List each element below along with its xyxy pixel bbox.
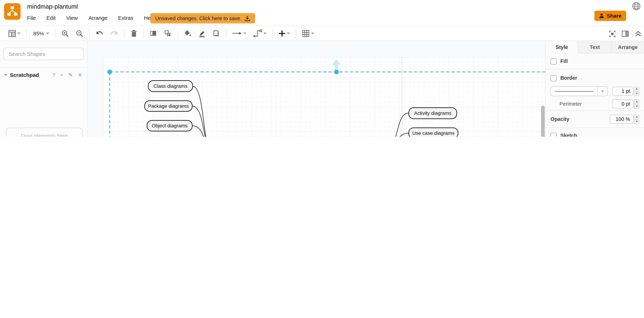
menu-view[interactable]: View	[66, 15, 78, 21]
chevron-down-icon	[243, 32, 246, 34]
to-front-button[interactable]	[146, 28, 160, 38]
zoom-level-dropdown[interactable]: 85%	[29, 28, 53, 38]
menu-arrange[interactable]: Arrange	[88, 15, 108, 21]
perimeter-label: Perimeter	[560, 101, 582, 107]
scratchpad-add-icon[interactable]: +	[60, 72, 64, 78]
svg-text:Activity diagrams: Activity diagrams	[414, 110, 452, 116]
grow-up-arrow[interactable]	[332, 59, 341, 71]
tab-style[interactable]: Style	[546, 41, 579, 54]
chevron-down-icon	[287, 32, 290, 34]
drawio-app: mindmap-plantuml FileEditViewArrangeExtr…	[0, 0, 644, 137]
document-title: mindmap-plantuml	[27, 3, 78, 10]
opacity-input[interactable]: 100 %	[610, 115, 634, 124]
to-back-button[interactable]	[160, 28, 175, 38]
scratchpad-close-icon[interactable]: ✕	[78, 72, 82, 78]
sketch-checkbox[interactable]	[550, 132, 556, 137]
person-icon	[599, 13, 604, 18]
mindmap-node[interactable]: Object diagrams	[147, 120, 192, 131]
menubar: FileEditViewArrangeExtrasHelp	[27, 15, 155, 21]
opacity-stepper[interactable]	[634, 114, 639, 124]
download-icon	[244, 15, 250, 21]
waypoint-style-button[interactable]	[250, 28, 270, 38]
tab-text[interactable]: Text	[578, 41, 612, 53]
diagram-canvas[interactable]: Class diagrams Package diagrams Object d…	[88, 41, 546, 137]
undo-button[interactable]	[92, 28, 107, 38]
vertical-scrollbar[interactable]	[541, 106, 545, 137]
format-panel: Style Text Arrange Fill Border 1 pt Peri…	[545, 41, 644, 137]
scratchpad-edit-icon[interactable]: ✎	[68, 72, 73, 78]
view-panels-button[interactable]	[5, 28, 24, 38]
svg-text:Package diagrams: Package diagrams	[148, 103, 189, 109]
mindmap-node[interactable]: Class diagrams	[148, 80, 193, 92]
globe-icon[interactable]	[632, 2, 641, 10]
line-color-button[interactable]	[195, 28, 209, 38]
header: mindmap-plantuml FileEditViewArrangeExtr…	[0, 0, 644, 26]
scratchpad-drop-area[interactable]: Drag elements here	[6, 128, 83, 137]
opacity-label: Opacity	[550, 116, 569, 122]
tab-arrange[interactable]: Arrange	[612, 41, 644, 53]
mindmap-edge[interactable]	[193, 86, 210, 137]
collapse-toolbar-icon[interactable]	[635, 30, 642, 37]
fill-color-button[interactable]	[180, 28, 195, 38]
fill-label: Fill	[560, 58, 568, 64]
fullscreen-icon[interactable]	[609, 30, 616, 37]
chevron-down-icon	[263, 32, 267, 34]
svg-text:Object diagrams: Object diagrams	[152, 123, 188, 128]
connection-style-button[interactable]	[229, 28, 250, 38]
mindmap-edge[interactable]	[388, 133, 409, 137]
svg-text:Class diagrams: Class diagrams	[154, 84, 188, 89]
share-button[interactable]: Share	[594, 10, 626, 21]
zoom-in-button[interactable]	[58, 28, 72, 38]
border-width-stepper[interactable]	[634, 86, 639, 96]
fill-checkbox[interactable]	[550, 58, 556, 64]
chevron-down-icon	[311, 32, 314, 34]
perimeter-input[interactable]: 0 pt	[612, 100, 634, 108]
scratchpad-help-icon[interactable]: ?	[52, 72, 55, 78]
perimeter-stepper[interactable]	[634, 99, 639, 109]
mindmap-node[interactable]: Use case diagrams	[409, 128, 458, 137]
chevron-down-icon	[4, 74, 8, 76]
shadow-button[interactable]	[209, 28, 224, 38]
selection-handle[interactable]	[334, 70, 339, 74]
format-panel-toggle-icon[interactable]	[622, 30, 629, 37]
redo-button[interactable]	[107, 28, 122, 38]
chevron-down-icon	[17, 32, 21, 34]
toolbar: 85%	[0, 26, 644, 41]
drawio-logo-icon	[4, 3, 20, 20]
insert-button[interactable]	[275, 28, 293, 38]
mindmap-edge[interactable]	[192, 126, 210, 137]
border-checkbox[interactable]	[550, 75, 556, 81]
line-style-dropdown[interactable]	[550, 86, 608, 96]
chevron-down-icon	[601, 90, 604, 92]
shapes-sidebar: Scratchpad ? + ✎ ✕ Drag elements here Ge…	[0, 41, 88, 137]
scratchpad-section[interactable]: Scratchpad ? + ✎ ✕	[0, 67, 87, 82]
format-tabs: Style Text Arrange	[546, 41, 644, 54]
mindmap-node[interactable]: Package diagrams	[145, 101, 192, 111]
mindmap-node[interactable]: Activity diagrams	[409, 108, 457, 119]
zoom-out-button[interactable]	[72, 28, 86, 38]
search-input[interactable]	[8, 50, 82, 58]
svg-text:Use case diagrams: Use case diagrams	[412, 130, 454, 136]
menu-extras[interactable]: Extras	[118, 15, 133, 21]
mindmap-edge[interactable]	[192, 106, 210, 137]
table-button[interactable]	[299, 28, 318, 38]
shape-search[interactable]	[3, 48, 84, 60]
menu-file[interactable]: File	[27, 15, 36, 21]
border-width-input[interactable]: 1 pt	[612, 87, 634, 96]
sketch-label: Sketch	[560, 133, 577, 137]
chevron-down-icon	[46, 32, 49, 34]
line-sample	[555, 91, 593, 91]
border-label: Border	[560, 75, 577, 81]
selection-handle[interactable]	[108, 70, 112, 74]
unsaved-changes-button[interactable]: Unsaved changes. Click here to save.	[150, 13, 255, 23]
delete-button[interactable]	[127, 28, 141, 38]
menu-edit[interactable]: Edit	[46, 15, 56, 21]
